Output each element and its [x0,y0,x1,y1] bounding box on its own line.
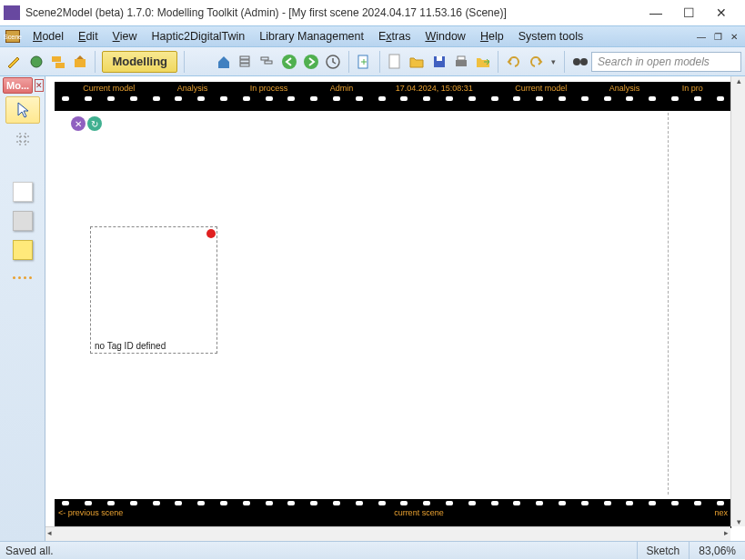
swatch-gray[interactable] [13,211,33,231]
menu-help[interactable]: Help [473,26,511,46]
film-strip-top: Current model Analysis In process Admin … [55,82,731,111]
menu-model[interactable]: Model [25,26,71,46]
dropdown-chevron-icon[interactable]: ▾ [548,51,559,73]
pointer-tool[interactable] [5,96,40,124]
status-zoom[interactable]: 83,06% [689,542,745,559]
settings-gear-icon[interactable] [25,51,46,73]
mdi-close-button[interactable]: ✕ [727,30,741,43]
minimize-button[interactable]: — [639,2,672,24]
export-folder-icon[interactable] [472,51,493,73]
svg-point-9 [282,55,297,69]
horizontal-scrollbar[interactable] [45,526,730,541]
title-bar: Scene2Model (beta) 1.7.0: Modelling Tool… [0,0,745,25]
folder-tree-icon[interactable] [47,51,68,73]
clock-icon[interactable] [323,51,344,73]
mdi-restore-button[interactable]: ❐ [710,30,725,43]
tool-palette: Mo... ✕ [0,76,45,541]
panel-tab-label: Mo... [3,77,33,94]
redo-icon[interactable] [525,51,546,73]
selection-handle[interactable] [206,229,216,238]
selection-box[interactable]: no Tag ID defined [90,226,217,354]
svg-rect-8 [265,61,272,64]
panel-tab[interactable]: Mo... ✕ [0,76,45,95]
print-icon[interactable] [450,51,471,73]
search-input[interactable] [591,52,741,72]
svg-point-0 [31,56,42,67]
menu-system[interactable]: System tools [511,26,591,46]
svg-rect-16 [456,60,467,66]
save-icon[interactable] [428,51,449,73]
svg-point-19 [580,58,588,65]
menu-extras[interactable]: Extras [371,26,418,46]
swatch-white[interactable] [13,182,33,202]
grid-tool[interactable] [5,125,40,153]
stack-icon[interactable] [235,51,256,73]
svg-rect-3 [75,59,86,67]
back-icon[interactable] [278,51,299,73]
svg-rect-7 [261,57,268,60]
undo-icon[interactable] [503,51,524,73]
mode-modelling-button[interactable]: Modelling [102,51,177,73]
film-strip-bottom: <- previous scene current scene nex [55,499,731,528]
open-folder-icon[interactable] [407,51,428,73]
new-doc-icon[interactable] [385,51,406,73]
vertical-scrollbar[interactable] [730,76,745,526]
edit-pencil-icon[interactable] [4,51,25,73]
window-title: Scene2Model (beta) 1.7.0: Modelling Tool… [25,6,639,19]
close-panel-icon[interactable]: ✕ [35,79,44,92]
page-divider [668,113,669,495]
svg-rect-15 [437,56,442,61]
badge-purple-icon[interactable]: ✕ [71,116,86,131]
menu-library[interactable]: Library Management [252,26,371,46]
palette-more-icon[interactable] [13,276,32,279]
svg-rect-4 [240,56,249,59]
canvas[interactable]: Current model Analysis In process Admin … [45,76,745,541]
menu-view[interactable]: View [106,26,145,46]
close-button[interactable]: ✕ [705,2,738,24]
menu-haptic[interactable]: Haptic2DigitalTwin [145,26,253,46]
svg-rect-5 [240,60,249,63]
svg-point-18 [573,58,580,65]
import-doc-icon[interactable] [354,51,375,73]
status-message: Saved all. [0,545,637,557]
status-bar: Saved all. Sketch 83,06% [0,541,745,559]
canvas-badges: ✕ ↻ [71,116,102,131]
menu-bar: Scene Model Edit View Haptic2DigitalTwin… [0,25,745,47]
svg-rect-1 [52,56,61,62]
svg-rect-13 [389,55,399,68]
document-icon: Scene [5,30,20,43]
toolbar: Modelling ▾ [0,47,745,76]
svg-point-10 [304,55,318,69]
workspace: Mo... ✕ Current model Analysis In proces… [0,76,745,541]
status-mode: Sketch [637,542,690,559]
app-icon [4,5,20,20]
selection-label: no Tag ID defined [95,341,166,351]
maximize-button[interactable]: ☐ [672,2,705,24]
svg-rect-6 [240,64,249,66]
menu-window[interactable]: Window [418,26,472,46]
svg-rect-17 [458,56,465,60]
stack2-icon[interactable] [257,51,277,73]
binoculars-icon[interactable] [569,51,590,73]
badge-refresh-icon[interactable]: ↻ [87,116,102,131]
svg-rect-2 [55,63,65,68]
mdi-minimize-button[interactable]: — [694,30,709,43]
menu-edit[interactable]: Edit [71,26,106,46]
home-icon[interactable] [213,51,234,73]
export-icon[interactable] [69,51,90,73]
forward-icon[interactable] [301,51,322,73]
swatch-yellow[interactable] [13,240,33,260]
